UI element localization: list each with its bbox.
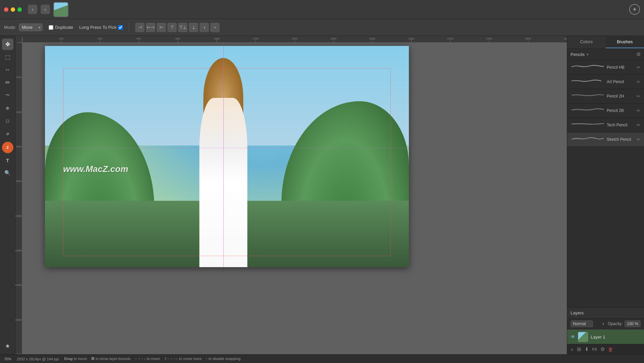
distribute-h-button[interactable]: ⫞ (200, 23, 209, 32)
brush-edit-icon-art[interactable]: ✏ (637, 79, 641, 84)
layer-item[interactable]: 👁 Layer 1 (567, 329, 644, 344)
brush-stroke-tech (571, 121, 605, 129)
brush-name-pencil-hb: Pencil HB (607, 65, 635, 70)
align-center-h-button[interactable]: ⊢⊣ (146, 23, 155, 32)
blur-tool-button[interactable]: ⌀ (2, 128, 13, 139)
brush-name-pencil-2h: Pencil 2H (607, 94, 635, 99)
distribute-v-button[interactable]: ⫟ (210, 23, 220, 32)
stamp-tool-button[interactable]: ⊕ (2, 102, 13, 114)
canvas-dimensions: 2932 x 1814px @ 144 ppi (17, 357, 59, 361)
brushes-category[interactable]: Pencils ▾ (571, 52, 589, 57)
tab-colors[interactable]: Colors (567, 36, 606, 48)
brush-name-pencil-2b: Pencil 2B (607, 108, 635, 113)
zoom-tool-button[interactable]: 🔍 (2, 167, 13, 179)
brush-item-tech-pencil[interactable]: Tech Pencil ✏ (567, 118, 644, 132)
canvas-photo: www.MacZ.com (45, 46, 409, 267)
brush-name-sketch-pencil: Sketch Pencil (607, 137, 635, 142)
brushes-category-name: Pencils (571, 52, 585, 57)
document-thumbnail[interactable] (53, 2, 68, 17)
blend-mode-select[interactable]: Normal Multiply Screen (571, 320, 593, 327)
titlebar: ‹ › + (0, 0, 644, 19)
blend-mode-wrapper: Normal Multiply Screen (571, 320, 606, 327)
mode-label: Mode: (4, 25, 16, 30)
favorites-tool-button[interactable]: ★ (2, 340, 13, 352)
maximize-button[interactable] (17, 7, 22, 12)
zoom-level: 70% (4, 357, 11, 361)
right-panel: Colors Brushes Pencils ▾ ⚙ Pencil HB (567, 36, 644, 354)
ruler-top: 0200400600800100012001400160018002000220… (22, 36, 567, 43)
long-press-checkbox[interactable] (118, 25, 123, 30)
minimize-button[interactable] (11, 7, 15, 12)
erase-tool-button[interactable]: ◻ (2, 115, 13, 126)
long-press-checkbox-group: Long Press To Pick (79, 25, 123, 30)
layer-thumbnail (578, 332, 588, 342)
transform-tool-button[interactable]: ↔ (2, 64, 13, 75)
brush-item-pencil-2b[interactable]: Pencil 2B ✏ (567, 104, 644, 118)
color-button[interactable]: Z (2, 142, 13, 153)
brush-edit-icon-2h[interactable]: ✏ (637, 94, 641, 99)
align-bottom-button[interactable]: ⊥ (189, 23, 198, 32)
forward-button[interactable]: › (41, 5, 50, 14)
layers-title: Layers (571, 310, 584, 315)
tools-panel: ✥ ⬚ ↔ ✏ 〜 ⊕ ◻ ⌀ Z T 🔍 ★ (0, 36, 15, 354)
align-buttons-group: ⊣ ⊢⊣ ⊢ ⊤ ⊤⊥ ⊥ ⫞ ⫟ (135, 23, 220, 32)
canvas-area[interactable]: 0200400600800100012001400160018002000220… (15, 36, 567, 354)
brushes-settings-icon[interactable]: ⚙ (636, 51, 641, 57)
opacity-value: 100 % (625, 320, 641, 327)
layers-header: Layers (567, 308, 644, 318)
smear-tool-button[interactable]: 〜 (2, 89, 13, 101)
tab-brushes[interactable]: Brushes (606, 36, 644, 48)
brush-stroke-hb (571, 63, 605, 71)
add-document-button[interactable]: + (629, 4, 640, 15)
duplicate-checkbox[interactable] (49, 25, 53, 30)
move-tool-button[interactable]: ✥ (2, 39, 13, 50)
brush-edit-icon-sketch[interactable]: ✏ (637, 137, 641, 142)
traffic-lights (4, 7, 22, 12)
mode-select-wrapper: Move Select (19, 23, 43, 31)
align-center-v-button[interactable]: ⊤⊥ (178, 23, 187, 32)
opacity-label: Opacity: (608, 321, 623, 326)
layer-visibility-icon[interactable]: 👁 (571, 334, 575, 340)
brush-edit-icon-tech[interactable]: ✏ (637, 122, 641, 128)
ruler-left: 20040060080010001200140016001800 (15, 43, 22, 354)
brush-edit-icon[interactable]: ✏ (637, 65, 641, 70)
brush-edit-icon-2b[interactable]: ✏ (637, 108, 641, 113)
align-top-button[interactable]: ⊤ (167, 23, 177, 32)
export-layer-button[interactable]: ⬇ (585, 346, 589, 352)
delete-layer-button[interactable]: 🗑 (608, 347, 613, 352)
brush-name-art-pencil: Art Pencil (607, 79, 635, 84)
close-button[interactable] (4, 7, 8, 12)
status-hint-drag: Drag to move. ⌘ to show layer bounds. ←↑… (64, 357, 241, 361)
add-layer-button[interactable]: + (571, 347, 574, 352)
layer-settings-button[interactable]: ⚙ (600, 346, 605, 352)
align-left-button[interactable]: ⊣ (135, 23, 145, 32)
main-content: ✥ ⬚ ↔ ✏ 〜 ⊕ ◻ ⌀ Z T 🔍 ★ 0200400600800100… (0, 36, 644, 354)
add-group-button[interactable]: ⊞ (577, 346, 581, 352)
layer-name: Layer 1 (591, 335, 605, 340)
canvas-image-wrapper: www.MacZ.com (22, 43, 567, 354)
brush-stroke-2b (571, 107, 605, 115)
mode-select[interactable]: Move Select (19, 23, 43, 31)
toolbar: Mode: Move Select Duplicate Long Press T… (0, 19, 644, 36)
text-tool-button[interactable]: T (2, 155, 13, 166)
brushes-header: Pencils ▾ ⚙ (567, 49, 644, 60)
layers-section: Layers Normal Multiply Screen Opacity: 1… (567, 307, 644, 344)
duplicate-checkbox-group: Duplicate (49, 25, 73, 30)
brush-item-pencil-hb[interactable]: Pencil HB ✏ (567, 60, 644, 75)
brush-item-art-pencil[interactable]: Art Pencil ✏ (567, 75, 644, 89)
canvas-image[interactable]: www.MacZ.com (45, 46, 409, 267)
photo-figure (183, 68, 263, 267)
align-right-button[interactable]: ⊢ (157, 23, 166, 32)
layers-controls: Normal Multiply Screen Opacity: 100 % (567, 318, 644, 329)
brush-item-pencil-2h[interactable]: Pencil 2H ✏ (567, 89, 644, 104)
back-button[interactable]: ‹ (28, 5, 37, 14)
duplicate-label: Duplicate (55, 25, 73, 30)
paint-tool-button[interactable]: ✏ (2, 77, 13, 88)
brush-item-sketch-pencil[interactable]: Sketch Pencil ✏ (567, 132, 644, 147)
figure-body (199, 98, 247, 267)
ruler-corner (15, 36, 22, 43)
right-panel-tabs: Colors Brushes (567, 36, 644, 49)
panel-bottom-bar: + ⊞ ⬇ FX ⚙ 🗑 (567, 344, 644, 354)
fx-button[interactable]: FX (592, 347, 597, 351)
select-tool-button[interactable]: ⬚ (2, 51, 13, 63)
